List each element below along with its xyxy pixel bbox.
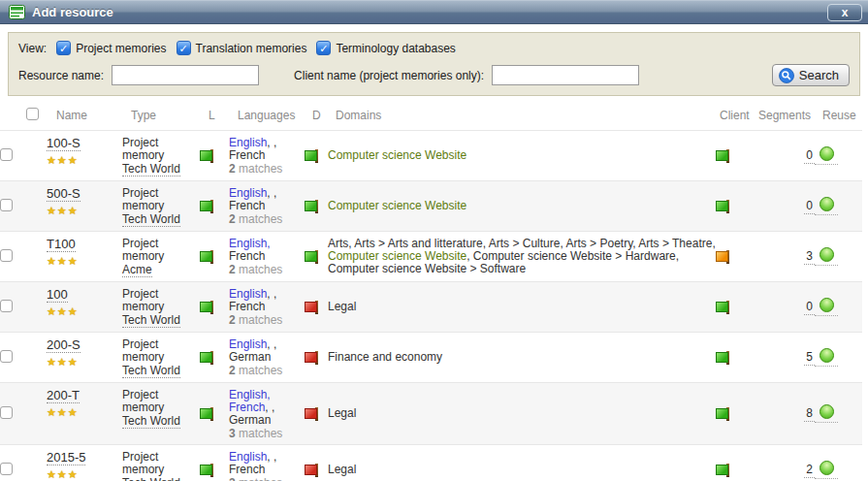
reuse-control [815, 197, 838, 215]
row-checkbox[interactable] [0, 300, 13, 312]
resource-owner-link[interactable]: Acme [122, 264, 152, 277]
row-checkbox[interactable] [0, 148, 13, 161]
matches-count: 2 [229, 313, 236, 327]
resource-owner-link[interactable]: Tech World [122, 477, 180, 481]
matches-info: 2 matches [229, 163, 305, 176]
resource-type: Project memory [122, 451, 200, 476]
resource-owner-link[interactable]: Tech World [122, 163, 180, 176]
row-checkbox[interactable] [0, 199, 13, 211]
languages-cell: English,French2 matches [229, 232, 305, 282]
reuse-cell [815, 282, 862, 333]
view-terminology-databases[interactable]: Terminology databases [316, 41, 455, 55]
reuse-icon[interactable] [820, 197, 834, 211]
language-link[interactable]: French [229, 401, 265, 414]
star-rating-icon: ★★★ [47, 468, 122, 481]
matches-count: 2 [229, 162, 236, 176]
dialog-title: Add resource [32, 5, 113, 19]
dotted-underline [815, 164, 838, 165]
language-link[interactable]: English, [229, 388, 271, 401]
client-flag-icon [716, 250, 731, 264]
select-all-checkbox[interactable] [26, 108, 39, 120]
resource-name-link[interactable]: 200-S [47, 338, 80, 353]
column-header-segments: Segments [758, 100, 815, 131]
segments-count[interactable]: 0 [804, 199, 815, 214]
resource-name-link[interactable]: 200-T [47, 389, 80, 403]
segments-count[interactable]: 2 [804, 463, 815, 478]
view-project-memories[interactable]: Project memories [56, 41, 166, 55]
matches-word: matches [236, 212, 283, 226]
row-checkbox[interactable] [0, 463, 13, 475]
segments-count[interactable]: 8 [804, 406, 815, 422]
name-cell: 2015-5★★★ [47, 445, 122, 481]
table-header-row: Name Type L Languages D Domains Client S… [0, 100, 862, 131]
reuse-cell [815, 131, 862, 181]
dotted-underline [815, 366, 838, 367]
language-text: French [229, 463, 265, 476]
language-link[interactable]: English [229, 450, 267, 464]
table-row: 200-S★★★Project memoryTech WorldEnglish,… [0, 333, 862, 383]
client-name-label: Client name (project memories only): [294, 69, 484, 82]
resource-name-link[interactable]: 100-S [47, 137, 80, 151]
column-header-name: Name [47, 100, 122, 131]
segments-count[interactable]: 5 [804, 350, 815, 366]
segments-cell: 0 [758, 181, 815, 232]
domain-status-flag-icon [305, 149, 320, 163]
name-cell: 200-S★★★ [47, 333, 122, 383]
checked-checkbox-icon[interactable] [316, 41, 331, 55]
segments-count[interactable]: 0 [804, 148, 815, 164]
resource-table-body: 100-S★★★Project memoryTech WorldEnglish,… [0, 131, 862, 481]
close-button[interactable]: x [827, 4, 862, 21]
reuse-icon[interactable] [820, 247, 834, 262]
reuse-icon[interactable] [820, 298, 834, 312]
name-cell: 100-S★★★ [47, 131, 122, 181]
resource-type: Project memory [122, 238, 200, 263]
client-flag-icon [716, 351, 731, 365]
domains-cell: Legal [328, 445, 716, 481]
language-link[interactable]: English, [229, 237, 271, 250]
resource-name-link[interactable]: 500-S [47, 187, 80, 202]
checked-checkbox-icon[interactable] [56, 41, 71, 55]
language-flag-cell [200, 383, 229, 445]
resource-name-link[interactable]: 100 [47, 288, 68, 303]
search-button[interactable]: Search [772, 64, 850, 86]
language-link[interactable]: English [229, 287, 267, 301]
reuse-icon[interactable] [820, 461, 834, 475]
matches-info: 3 matches [229, 428, 305, 440]
name-cell: 500-S★★★ [47, 181, 122, 232]
column-header-domains: Domains [328, 100, 716, 131]
domains-cell: Legal [328, 383, 716, 445]
language-line: French [229, 301, 305, 313]
language-text: , , [267, 136, 276, 149]
language-link[interactable]: English [229, 337, 267, 351]
segments-cell: 0 [758, 131, 815, 181]
reuse-icon[interactable] [820, 146, 834, 161]
resource-owner-link[interactable]: Tech World [122, 213, 180, 227]
segments-count[interactable]: 0 [804, 300, 815, 315]
language-line: French [229, 149, 305, 162]
client-cell [716, 131, 758, 181]
resource-owner-link[interactable]: Tech World [122, 365, 180, 378]
view-translation-memories[interactable]: Translation memories [177, 41, 307, 55]
resource-name-link[interactable]: 2015-5 [47, 451, 85, 465]
segments-count[interactable]: 3 [804, 249, 815, 265]
client-name-input[interactable] [492, 65, 639, 85]
resource-name-link[interactable]: T100 [47, 238, 76, 252]
dotted-underline [815, 265, 838, 266]
resource-name-input[interactable] [112, 65, 259, 85]
reuse-icon[interactable] [820, 348, 834, 363]
checked-checkbox-icon[interactable] [177, 41, 191, 55]
language-link[interactable]: English [229, 186, 267, 200]
resource-owner-link[interactable]: Tech World [122, 314, 180, 328]
matches-info: 2 matches [229, 264, 305, 276]
language-status-flag-icon [200, 250, 215, 264]
row-checkbox[interactable] [0, 249, 13, 262]
reuse-icon[interactable] [820, 404, 834, 419]
matches-count: 2 [229, 263, 236, 276]
resource-owner-link[interactable]: Tech World [122, 415, 180, 429]
language-text: German [229, 350, 271, 364]
language-line: French [229, 250, 305, 263]
row-checkbox[interactable] [0, 406, 13, 419]
table-row: 200-T★★★Project memoryTech WorldEnglish,… [0, 383, 862, 445]
row-checkbox[interactable] [0, 350, 13, 363]
language-link[interactable]: English [229, 136, 267, 149]
